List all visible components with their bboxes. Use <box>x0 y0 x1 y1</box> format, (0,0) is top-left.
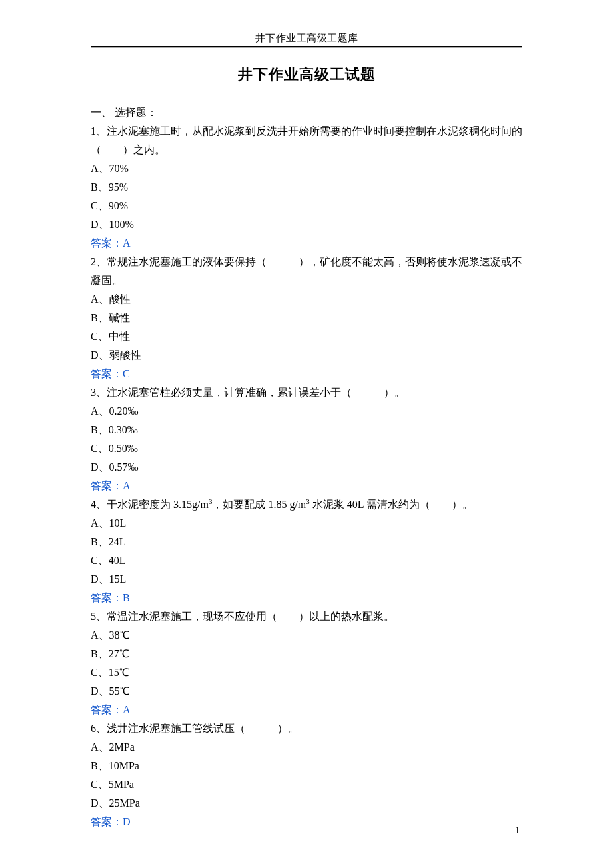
answer: 答案：A <box>91 701 522 719</box>
section-header: 一、 选择题： <box>91 103 522 122</box>
option: C、中性 <box>91 327 522 346</box>
question-block: 2、常规注水泥塞施工的液体要保持（ ），矿化度不能太高，否则将使水泥浆速凝或不凝… <box>91 253 522 383</box>
option: B、碱性 <box>91 309 522 327</box>
page-header: 井下作业工高级工题库 <box>0 0 613 45</box>
header-underline <box>91 46 522 47</box>
question-block: 4、干水泥密度为 3.15g/m3，如要配成 1.85 g/m3 水泥浆 40L… <box>91 495 522 607</box>
option: A、0.20‰ <box>91 402 522 421</box>
page-title: 井下作业高级工试题 <box>0 65 613 85</box>
question-block: 6、浅井注水泥塞施工管线试压（ ）。 A、2MPa B、10MPa C、5MPa… <box>91 719 522 831</box>
option: D、100% <box>91 215 522 234</box>
option: C、90% <box>91 197 522 215</box>
option: A、70% <box>91 159 522 178</box>
answer: 答案：B <box>91 589 522 607</box>
option: A、10L <box>91 514 522 533</box>
option: B、24L <box>91 533 522 551</box>
question-stem: 1、注水泥塞施工时，从配水泥浆到反洗井开始所需要的作业时间要控制在水泥浆稠化时间… <box>91 122 522 159</box>
question-stem: 2、常规注水泥塞施工的液体要保持（ ），矿化度不能太高，否则将使水泥浆速凝或不凝… <box>91 253 522 290</box>
option: D、15L <box>91 570 522 589</box>
question-stem: 6、浅井注水泥塞施工管线试压（ ）。 <box>91 719 522 738</box>
option: D、0.57‰ <box>91 458 522 477</box>
question-stem: 5、常温注水泥塞施工，现场不应使用（ ）以上的热水配浆。 <box>91 607 522 626</box>
option: B、27℃ <box>91 645 522 663</box>
question-block: 5、常温注水泥塞施工，现场不应使用（ ）以上的热水配浆。 A、38℃ B、27℃… <box>91 607 522 719</box>
option: B、10MPa <box>91 757 522 775</box>
option: D、55℃ <box>91 682 522 701</box>
option: D、25MPa <box>91 794 522 813</box>
question-stem: 3、注水泥塞管柱必须丈量，计算准确，累计误差小于（ ）。 <box>91 383 522 402</box>
question-block: 3、注水泥塞管柱必须丈量，计算准确，累计误差小于（ ）。 A、0.20‰ B、0… <box>91 383 522 495</box>
option: A、酸性 <box>91 290 522 309</box>
option: C、40L <box>91 551 522 570</box>
content-area: 一、 选择题： 1、注水泥塞施工时，从配水泥浆到反洗井开始所需要的作业时间要控制… <box>91 103 522 831</box>
option: C、0.50‰ <box>91 439 522 458</box>
answer: 答案：A <box>91 477 522 495</box>
option: D、弱酸性 <box>91 346 522 365</box>
option: C、5MPa <box>91 775 522 794</box>
option: C、15℃ <box>91 663 522 682</box>
question-block: 1、注水泥塞施工时，从配水泥浆到反洗井开始所需要的作业时间要控制在水泥浆稠化时间… <box>91 122 522 253</box>
answer: 答案：D <box>91 813 522 831</box>
option: A、38℃ <box>91 626 522 645</box>
question-stem: 4、干水泥密度为 3.15g/m3，如要配成 1.85 g/m3 水泥浆 40L… <box>91 495 522 514</box>
page-number: 1 <box>515 825 520 836</box>
option: B、95% <box>91 178 522 197</box>
option: B、0.30‰ <box>91 421 522 439</box>
answer: 答案：A <box>91 234 522 253</box>
option: A、2MPa <box>91 738 522 757</box>
answer: 答案：C <box>91 365 522 383</box>
